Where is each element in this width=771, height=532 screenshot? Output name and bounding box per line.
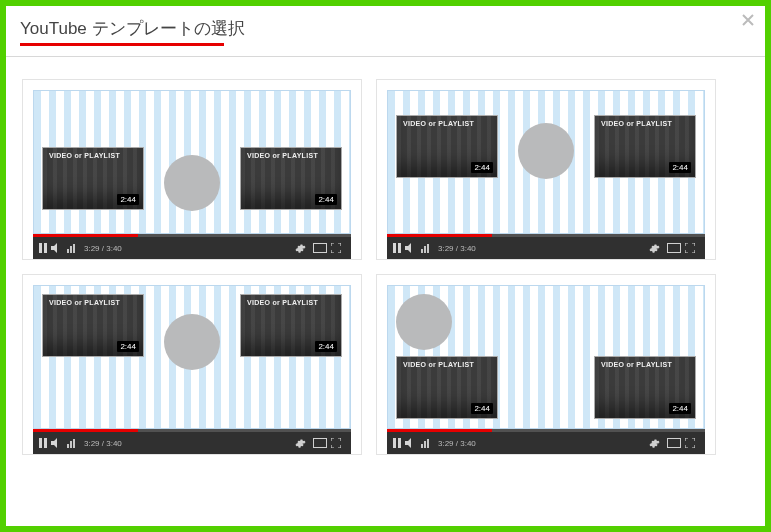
gear-icon <box>649 243 659 253</box>
template-stage: VIDEO or PLAYLIST 2:44 VIDEO or PLAYLIST… <box>33 90 351 234</box>
video-thumbnail: VIDEO or PLAYLIST 2:44 <box>594 356 696 419</box>
title-underline <box>20 43 224 46</box>
video-thumbnail: VIDEO or PLAYLIST 2:44 <box>396 115 498 178</box>
avatar-placeholder <box>518 123 574 179</box>
template-stage: VIDEO or PLAYLIST 2:44 VIDEO or PLAYLIST… <box>387 90 705 234</box>
gear-icon <box>295 243 305 253</box>
fullscreen-icon <box>331 243 341 253</box>
volume-icon <box>405 438 415 448</box>
timecode: 3:29 / 3:40 <box>84 439 122 448</box>
svg-rect-9 <box>44 438 47 448</box>
thumbnail-label: VIDEO or PLAYLIST <box>49 152 120 159</box>
thumbnail-label: VIDEO or PLAYLIST <box>403 120 474 127</box>
video-thumbnail: VIDEO or PLAYLIST 2:44 <box>42 294 144 357</box>
pause-icon <box>39 243 47 253</box>
svg-rect-4 <box>393 243 396 253</box>
thumbnail-label: VIDEO or PLAYLIST <box>49 299 120 306</box>
video-thumbnail: VIDEO or PLAYLIST 2:44 <box>42 147 144 210</box>
template-option[interactable]: VIDEO or PLAYLIST 2:44 VIDEO or PLAYLIST… <box>376 79 716 260</box>
template-option[interactable]: VIDEO or PLAYLIST 2:44 VIDEO or PLAYLIST… <box>22 274 362 455</box>
player-controls: 3:29 / 3:40 <box>387 237 705 259</box>
gear-icon <box>649 438 659 448</box>
thumbnail-time: 2:44 <box>117 341 139 352</box>
fullscreen-icon <box>331 438 341 448</box>
thumbnail-time: 2:44 <box>315 341 337 352</box>
thumbnail-label: VIDEO or PLAYLIST <box>247 299 318 306</box>
volume-level <box>67 243 76 253</box>
thumbnail-time: 2:44 <box>315 194 337 205</box>
pause-icon <box>393 243 401 253</box>
dialog-body[interactable]: VIDEO or PLAYLIST 2:44 VIDEO or PLAYLIST… <box>6 57 765 526</box>
svg-rect-3 <box>314 244 327 253</box>
thumbnail-label: VIDEO or PLAYLIST <box>403 361 474 368</box>
template-stage: VIDEO or PLAYLIST 2:44 VIDEO or PLAYLIST… <box>387 285 705 429</box>
timecode: 3:29 / 3:40 <box>438 244 476 253</box>
video-thumbnail: VIDEO or PLAYLIST 2:44 <box>396 356 498 419</box>
volume-level <box>421 438 430 448</box>
player-controls: 3:29 / 3:40 <box>33 237 351 259</box>
svg-rect-15 <box>668 439 681 448</box>
svg-rect-13 <box>398 438 401 448</box>
svg-rect-8 <box>39 438 42 448</box>
fullscreen-icon <box>685 243 695 253</box>
gear-icon <box>295 438 305 448</box>
volume-icon <box>405 243 415 253</box>
svg-rect-0 <box>39 243 42 253</box>
avatar-placeholder <box>164 314 220 370</box>
svg-rect-5 <box>398 243 401 253</box>
video-thumbnail: VIDEO or PLAYLIST 2:44 <box>240 294 342 357</box>
dialog-title: YouTube テンプレートの選択 <box>20 17 245 40</box>
theater-icon <box>313 438 323 448</box>
volume-icon <box>51 438 61 448</box>
dialog-header: YouTube テンプレートの選択 <box>6 6 765 57</box>
theater-icon <box>667 243 677 253</box>
video-thumbnail: VIDEO or PLAYLIST 2:44 <box>240 147 342 210</box>
svg-marker-10 <box>51 438 57 448</box>
thumbnail-label: VIDEO or PLAYLIST <box>601 120 672 127</box>
thumbnail-time: 2:44 <box>471 403 493 414</box>
video-thumbnail: VIDEO or PLAYLIST 2:44 <box>594 115 696 178</box>
template-stage: VIDEO or PLAYLIST 2:44 VIDEO or PLAYLIST… <box>33 285 351 429</box>
volume-icon <box>51 243 61 253</box>
thumbnail-time: 2:44 <box>669 162 691 173</box>
theater-icon <box>313 243 323 253</box>
template-grid: VIDEO or PLAYLIST 2:44 VIDEO or PLAYLIST… <box>22 79 749 455</box>
svg-rect-7 <box>668 244 681 253</box>
avatar-placeholder <box>164 155 220 211</box>
thumbnail-time: 2:44 <box>471 162 493 173</box>
timecode: 3:29 / 3:40 <box>438 439 476 448</box>
svg-rect-11 <box>314 439 327 448</box>
svg-rect-1 <box>44 243 47 253</box>
close-icon[interactable] <box>741 11 755 32</box>
svg-rect-12 <box>393 438 396 448</box>
thumbnail-time: 2:44 <box>669 403 691 414</box>
thumbnail-time: 2:44 <box>117 194 139 205</box>
thumbnail-label: VIDEO or PLAYLIST <box>247 152 318 159</box>
template-option[interactable]: VIDEO or PLAYLIST 2:44 VIDEO or PLAYLIST… <box>376 274 716 455</box>
pause-icon <box>393 438 401 448</box>
pause-icon <box>39 438 47 448</box>
fullscreen-icon <box>685 438 695 448</box>
thumbnail-label: VIDEO or PLAYLIST <box>601 361 672 368</box>
svg-marker-14 <box>405 438 411 448</box>
svg-marker-6 <box>405 243 411 253</box>
dialog-frame: YouTube テンプレートの選択 VIDEO or PLAYLIST 2:44 <box>0 0 771 532</box>
player-controls: 3:29 / 3:40 <box>387 432 705 454</box>
volume-level <box>67 438 76 448</box>
template-option[interactable]: VIDEO or PLAYLIST 2:44 VIDEO or PLAYLIST… <box>22 79 362 260</box>
player-controls: 3:29 / 3:40 <box>33 432 351 454</box>
timecode: 3:29 / 3:40 <box>84 244 122 253</box>
volume-level <box>421 243 430 253</box>
avatar-placeholder <box>396 294 452 350</box>
theater-icon <box>667 438 677 448</box>
svg-marker-2 <box>51 243 57 253</box>
